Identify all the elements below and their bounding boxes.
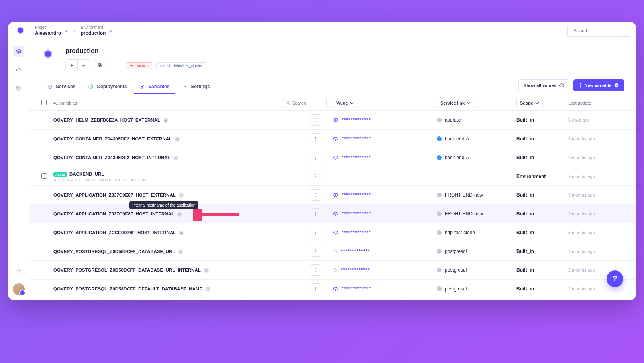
service-icon [437,230,442,235]
select-all-checkbox[interactable] [41,100,47,105]
value-filter[interactable]: Value [333,98,357,108]
scope-filter[interactable]: Scope [516,98,543,108]
info-icon[interactable]: i [179,231,184,235]
row-menu-button[interactable] [310,208,321,219]
global-search-input[interactable] [573,28,633,34]
service-name[interactable]: FRONT-END-new [445,211,483,217]
deploy-dropdown[interactable] [78,60,90,71]
svg-point-9 [89,85,93,89]
name-filter-search[interactable] [283,98,327,108]
history-icon [16,85,22,91]
info-icon[interactable]: i [204,268,209,273]
svg-point-6 [116,67,116,67]
row-menu-button[interactable] [310,152,321,163]
variable-scope: Built_in [516,117,534,123]
service-icon [437,136,442,141]
variable-name: QOVERY_APPLICATION_Z037C9E87_HOST_EXTERN… [53,193,176,197]
show-all-values-button[interactable]: Show all values [518,79,569,91]
table-row[interactable]: QOVERY_APPLICATION_Z037C9E87_HOST_INTERN… [29,205,636,223]
table-row[interactable]: QOVERY_CONTAINER_Z04308DE2_HOST_EXTERNAL… [29,130,636,148]
row-menu-button[interactable] [310,189,321,201]
global-search[interactable]: ⌘ K [567,25,631,37]
row-menu-button[interactable] [310,264,321,276]
sidebar-item-environments[interactable] [13,46,24,57]
service-name[interactable]: http-test-clone [445,230,475,235]
service-name[interactable]: postgresql [445,286,467,292]
tab-deployments[interactable]: Deployments [82,80,132,94]
sidebar-item-cloud[interactable] [13,64,24,75]
key-icon [140,84,145,89]
eye-icon[interactable] [333,192,338,198]
new-variable-label: New variable [585,83,611,88]
name-filter-input[interactable] [292,101,324,105]
service-filter[interactable]: Service link [437,98,474,108]
info-icon[interactable]: i [179,193,184,198]
badge-cluster[interactable]: Undeletable_cluster [156,62,206,69]
clone-button[interactable] [94,60,106,71]
table-row[interactable]: QOVERY_POSTGRESQL_Z0D58DCFF_DATABASE_URL… [29,261,636,280]
svg-point-42 [335,232,336,233]
info-icon[interactable]: i [206,287,210,292]
info-icon[interactable]: i [175,137,180,142]
table-row[interactable]: QOVERY_APPLICATION_ZCCE9D28F_HOST_INTERN… [29,223,636,242]
eye-icon[interactable] [333,117,338,123]
variable-name: QOVERY_APPLICATION_ZCCE9D28F_HOST_INTERN… [53,230,176,235]
svg-point-5 [116,65,116,66]
svg-point-47 [315,268,316,269]
tab-services[interactable]: Services [41,80,81,94]
service-name[interactable]: FRONT-END-new [445,192,483,198]
eye-icon[interactable] [333,136,338,142]
new-variable-button[interactable]: ⋮ New variable [573,79,624,91]
sidebar-item-settings[interactable] [13,265,24,276]
row-checkbox[interactable] [41,173,47,179]
eye-icon[interactable] [333,230,338,235]
row-menu-button[interactable] [310,114,321,126]
variable-value: ************* [342,286,371,292]
eye-icon[interactable] [333,286,338,292]
tab-settings[interactable]: Settings [177,80,215,94]
table-row[interactable]: QOVERY_POSTGRESQL_Z0D58DCFF_DATABASE_URL… [29,242,636,261]
info-icon[interactable]: i [177,212,182,217]
main: production Production Undeletable_cluste… [29,39,636,300]
sidebar-item-history[interactable] [13,83,24,94]
play-button[interactable] [66,60,78,71]
service-name[interactable]: postgresql [445,267,467,273]
tab-settings-label: Settings [191,84,210,89]
eye-icon[interactable] [333,211,338,217]
svg-point-54 [335,288,336,290]
service-name[interactable]: postgresql [445,249,467,254]
row-menu-button[interactable] [310,133,321,144]
info-icon[interactable]: i [163,118,168,123]
table-row[interactable]: QOVERY_CONTAINER_Z04308DE2_HOST_INTERNAL… [29,148,636,167]
environment-header: production Production Undeletable_cluste… [29,39,636,71]
info-icon[interactable]: i [173,156,178,160]
more-button[interactable] [110,60,122,71]
help-button[interactable]: ? [607,270,623,287]
row-menu-button[interactable] [310,283,321,294]
service-icon [437,286,442,291]
row-menu-button[interactable] [310,246,321,257]
table-row[interactable]: QOVERY_APPLICATION_Z037C9E87_HOST_EXTERN… [29,186,636,205]
service-name[interactable]: back-end-A [445,155,469,160]
svg-point-19 [315,137,316,138]
row-menu-button[interactable] [310,227,321,238]
last-update: 5 months ago [568,230,595,235]
breadcrumb-project[interactable]: Project Alessandro [35,25,68,36]
tab-variables-label: Variables [149,84,170,89]
table-row[interactable]: QOVERY_HELM_ZEBFD6E3A_HOST_EXTERNALi****… [29,111,636,130]
last-update: 9 months ago [568,174,595,179]
alias-target: QOVERY_CONTAINER_Z04308DE2_HOST_INTERNAL [53,178,306,182]
service-name[interactable]: asdfasdf [445,117,463,123]
row-menu-button[interactable] [310,171,321,182]
table-row[interactable]: ALIASBACKEND_URLQOVERY_CONTAINER_Z04308D… [29,167,636,186]
avatar[interactable] [13,283,25,295]
service-name[interactable]: back-end-A [445,136,469,142]
breadcrumb-environment[interactable]: Environment production [81,25,113,36]
table-row[interactable]: QOVERY_POSTGRESQL_Z0D58DCFF_DEFAULT_DATA… [29,280,636,298]
eye-icon[interactable] [333,155,338,160]
tab-variables[interactable]: Variables [134,80,175,94]
variable-value: ************* [342,192,371,198]
breadcrumb-project-value: Alessandro [35,30,61,36]
info-icon[interactable]: i [178,249,183,254]
svg-point-15 [315,118,316,119]
